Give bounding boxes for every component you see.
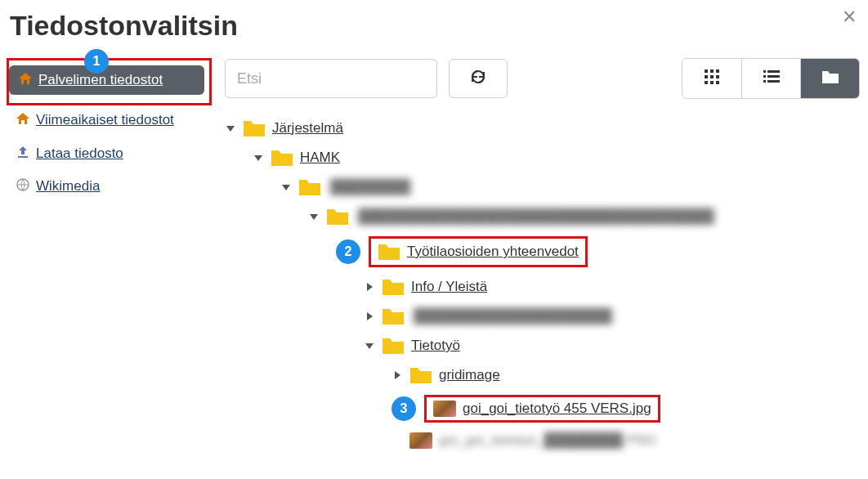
repo-wikimedia[interactable]: Wikimedia	[7, 172, 217, 202]
expander-icon[interactable]	[308, 211, 320, 222]
file-tree: Järjestelmä HAMK	[225, 115, 860, 455]
svg-rect-6	[716, 75, 719, 78]
tree-label[interactable]: Info / Yleistä	[411, 279, 487, 295]
folder-icon	[298, 177, 321, 197]
tree-label-redacted[interactable]: ████████████████████████████████████	[356, 208, 717, 225]
image-file-icon	[433, 401, 456, 417]
globe-icon	[15, 178, 31, 195]
refresh-icon	[470, 69, 486, 88]
svg-rect-3	[716, 69, 719, 73]
svg-rect-7	[705, 81, 708, 84]
svg-rect-10	[763, 70, 766, 73]
expander-icon[interactable]	[364, 340, 375, 351]
folder-icon	[243, 119, 266, 138]
tree-label[interactable]: Työtilaosioiden yhteenvedot	[407, 244, 579, 260]
svg-rect-11	[767, 70, 780, 73]
repo-server-files[interactable]: Palvelimen tiedostot	[9, 65, 204, 95]
view-icons-button[interactable]	[682, 59, 741, 98]
annotation-badge-1: 1	[84, 49, 109, 74]
svg-rect-1	[705, 69, 708, 73]
svg-rect-5	[710, 75, 714, 78]
repo-label: Lataa tiedosto	[36, 145, 123, 162]
refresh-button[interactable]	[449, 59, 508, 98]
tree-node: Järjestelmä HAMK	[225, 115, 860, 455]
folder-icon	[326, 207, 349, 226]
svg-rect-8	[710, 81, 714, 84]
grid-icon	[705, 69, 719, 87]
annotation-badge-3: 3	[391, 396, 416, 421]
svg-rect-12	[763, 75, 766, 78]
upload-icon	[15, 145, 31, 162]
recent-icon	[15, 112, 31, 128]
svg-rect-14	[763, 80, 766, 83]
dialog-title: Tiedostonvalitsin	[0, 0, 868, 58]
folder-icon	[382, 277, 405, 297]
svg-rect-2	[710, 69, 714, 73]
annotation-badge-2: 2	[336, 239, 360, 264]
svg-rect-13	[767, 75, 780, 78]
expander-icon[interactable]	[364, 311, 375, 322]
svg-rect-9	[716, 81, 719, 84]
image-file-icon	[409, 432, 432, 449]
view-list-button[interactable]	[741, 59, 800, 98]
repo-upload[interactable]: Lataa tiedosto	[7, 139, 217, 168]
tree-label-redacted[interactable]: ████████	[328, 179, 413, 195]
main-panel: Järjestelmä HAMK	[217, 58, 868, 455]
search-wrapper	[225, 59, 437, 98]
tree-label[interactable]: HAMK	[300, 150, 340, 166]
tree-file-label-redacted[interactable]: goi_goi_tietotyö_████████.PNG	[439, 432, 656, 449]
server-icon	[17, 72, 34, 88]
folder-icon	[409, 365, 432, 385]
close-icon[interactable]: ✕	[842, 7, 857, 28]
expander-icon[interactable]	[225, 123, 236, 134]
repo-recent-files[interactable]: Viimeaikaiset tiedostot	[7, 105, 217, 135]
search-input[interactable]	[225, 59, 437, 98]
expander-icon[interactable]	[364, 281, 375, 293]
repo-label: Palvelimen tiedostot	[38, 72, 163, 88]
folder-icon	[821, 69, 839, 87]
repo-label: Wikimedia	[36, 178, 100, 195]
tree-label[interactable]: Tietotyö	[411, 338, 460, 354]
view-tree-button[interactable]	[800, 59, 859, 98]
list-icon	[763, 70, 780, 87]
tree-file-label[interactable]: goi_goi_tietotyö 455 VERS.jpg	[463, 401, 651, 417]
toolbar	[225, 58, 860, 99]
repository-sidebar: Palvelimen tiedostot Viimeaikaiset tiedo…	[0, 58, 217, 455]
expander-icon[interactable]	[280, 181, 292, 193]
repo-label: Viimeaikaiset tiedostot	[36, 112, 174, 128]
svg-rect-15	[767, 80, 780, 83]
expander-icon[interactable]	[253, 152, 264, 163]
folder-icon	[382, 307, 405, 326]
folder-icon	[378, 242, 400, 262]
view-mode-group	[682, 58, 860, 99]
tree-label[interactable]: gridimage	[439, 367, 500, 383]
expander-icon[interactable]	[391, 369, 403, 381]
folder-icon	[271, 148, 293, 168]
folder-icon	[382, 336, 405, 356]
svg-rect-4	[705, 75, 708, 78]
tree-label[interactable]: Järjestelmä	[272, 120, 343, 137]
tree-label-redacted[interactable]: ████████████████████	[411, 308, 615, 325]
